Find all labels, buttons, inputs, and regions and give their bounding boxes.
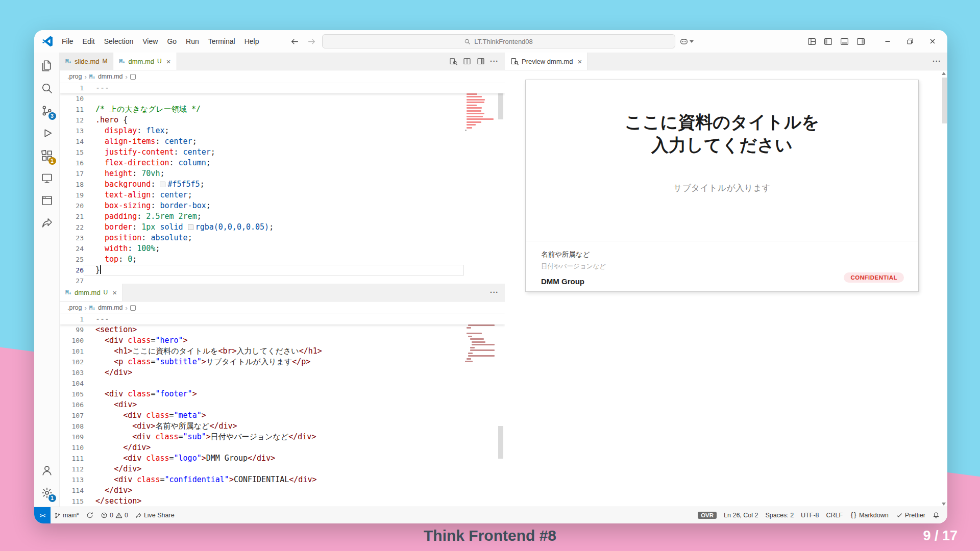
restore-button[interactable]	[899, 30, 921, 53]
status-indentation[interactable]: Spaces: 2	[762, 507, 798, 523]
check-icon	[896, 512, 903, 519]
remote-indicator[interactable]: ><	[34, 507, 51, 523]
line-content: </div>	[84, 464, 505, 474]
line-number: 22	[60, 222, 84, 233]
activity-settings[interactable]: 1	[35, 482, 59, 504]
code-line: 106 <div>	[60, 399, 505, 410]
line-content: <div class="hero">	[84, 335, 505, 346]
activity-bar: 31 1	[34, 53, 60, 507]
code-line: 20 box-sizing: border-box;	[60, 201, 505, 211]
status-sync[interactable]	[83, 507, 97, 523]
close-tab-button[interactable]: ×	[112, 289, 117, 296]
breadcrumb-item[interactable]: dmm.md	[98, 73, 123, 80]
menu-selection[interactable]: Selection	[100, 35, 138, 47]
line-number: 105	[60, 389, 84, 399]
close-tab-button[interactable]: ×	[577, 58, 582, 65]
activity-account[interactable]	[35, 459, 59, 482]
activity-source-control[interactable]: 3	[35, 99, 59, 122]
line-content: </div>	[84, 442, 505, 453]
line-content: justify-content: center;	[84, 147, 505, 158]
breadcrumb-item[interactable]: .prog	[67, 304, 82, 311]
code-line: 26}	[60, 265, 505, 276]
menu-terminal[interactable]: Terminal	[204, 35, 240, 47]
close-button[interactable]	[922, 30, 943, 53]
status-bar-right: OVRLn 26, Col 2Spaces: 2UTF-8CRLF{}Markd…	[694, 507, 947, 523]
tab-slide.md[interactable]: M↓slide.mdM	[60, 53, 113, 70]
line-number: 26	[60, 265, 84, 276]
status-language-mode[interactable]: {}Markdown	[846, 507, 892, 523]
slide-meta-secondary: 日付やバージョンなど	[541, 262, 904, 271]
customize-layout-button[interactable]	[803, 34, 820, 49]
line-content: ---	[84, 83, 505, 93]
code-line: 11/* 上の大きなグレー領域 */	[60, 104, 505, 115]
open-preview-button[interactable]	[447, 55, 459, 68]
status-live-share[interactable]: Live Share	[132, 507, 178, 523]
status-git-branch[interactable]: main*	[51, 507, 83, 523]
toggle-secondary-sidebar-button[interactable]	[852, 34, 869, 49]
activity-search[interactable]	[35, 77, 59, 99]
minimize-button[interactable]	[877, 30, 898, 53]
activity-remote-explorer[interactable]	[35, 167, 59, 189]
code-editor-top[interactable]: 1---1011/* 上の大きなグレー領域 */12.hero {13 disp…	[60, 83, 505, 284]
line-number: 17	[60, 168, 84, 179]
status-overtype[interactable]: OVR	[694, 507, 720, 523]
activity-live-preview[interactable]	[35, 189, 59, 212]
preview-scrollbar[interactable]	[942, 78, 947, 123]
menu-help[interactable]: Help	[240, 35, 264, 47]
menu-run[interactable]: Run	[181, 35, 204, 47]
more-button[interactable]: ···	[930, 55, 943, 68]
toggle-layout-button[interactable]	[474, 55, 487, 68]
status-formatter[interactable]: Prettier	[892, 507, 929, 523]
status-notifications[interactable]	[929, 507, 943, 523]
toggle-panel-button[interactable]	[836, 34, 852, 49]
breadcrumb-separator: ›	[126, 73, 128, 81]
line-number: 20	[60, 201, 84, 211]
tab-preview-dmm.md[interactable]: Preview dmm.md×	[505, 53, 588, 70]
close-tab-button[interactable]: ×	[166, 58, 171, 65]
back-button[interactable]	[288, 37, 301, 46]
menu-view[interactable]: View	[138, 35, 162, 47]
menu-edit[interactable]: Edit	[78, 35, 100, 47]
split-editor-button[interactable]	[460, 55, 473, 68]
scroll-up-arrow[interactable]	[942, 72, 946, 75]
editor-scrollbar[interactable]	[498, 426, 503, 459]
scroll-down-arrow[interactable]	[942, 503, 946, 506]
code-line: 103 </div>	[60, 367, 505, 378]
line-content: width: 100%;	[84, 243, 505, 254]
line-content	[84, 378, 505, 389]
code-line: 114 </div>	[60, 485, 505, 496]
status-eol[interactable]: CRLF	[823, 507, 847, 523]
activity-explorer[interactable]	[35, 55, 59, 77]
more-button[interactable]: ···	[488, 286, 501, 299]
copilot-menu[interactable]	[679, 37, 694, 46]
line-number: 106	[60, 399, 84, 410]
forward-button[interactable]	[305, 37, 318, 46]
menu-file[interactable]: File	[57, 35, 78, 47]
line-content	[84, 276, 505, 284]
tab-dmm.md[interactable]: M↓dmm.mdU×	[113, 53, 177, 70]
breadcrumb-item[interactable]: dmm.md	[98, 304, 123, 311]
toggle-primary-sidebar-button[interactable]	[820, 34, 836, 49]
code-editor-bottom[interactable]: 1---99<section>100 <div class="hero">101…	[60, 314, 505, 507]
status-problems[interactable]: 00	[97, 507, 132, 523]
activity-live-share[interactable]	[35, 212, 59, 234]
open-preview-icon	[510, 57, 519, 65]
more-button[interactable]: ···	[488, 55, 501, 68]
line-number: 100	[60, 335, 84, 346]
status-cursor-position[interactable]: Ln 26, Col 2	[720, 507, 762, 523]
editor-actions: ···	[930, 53, 947, 70]
line-content: <div class="footer">	[84, 389, 505, 399]
status-label: Spaces: 2	[766, 512, 794, 519]
line-number: 114	[60, 485, 84, 496]
editor-actions: ···	[488, 284, 505, 301]
activity-extensions[interactable]: 1	[35, 144, 59, 167]
line-content: text-align: center;	[84, 190, 505, 201]
menu-go[interactable]: Go	[162, 35, 181, 47]
breadcrumb-item[interactable]: .prog	[67, 73, 82, 80]
command-center[interactable]: LT.ThinkFrontend08	[322, 34, 675, 48]
explorer-icon	[41, 60, 53, 72]
status-encoding[interactable]: UTF-8	[797, 507, 822, 523]
activity-run-debug[interactable]	[35, 122, 59, 144]
line-number: 110	[60, 442, 84, 453]
tab-dmm.md[interactable]: M↓dmm.mdU×	[60, 284, 123, 301]
